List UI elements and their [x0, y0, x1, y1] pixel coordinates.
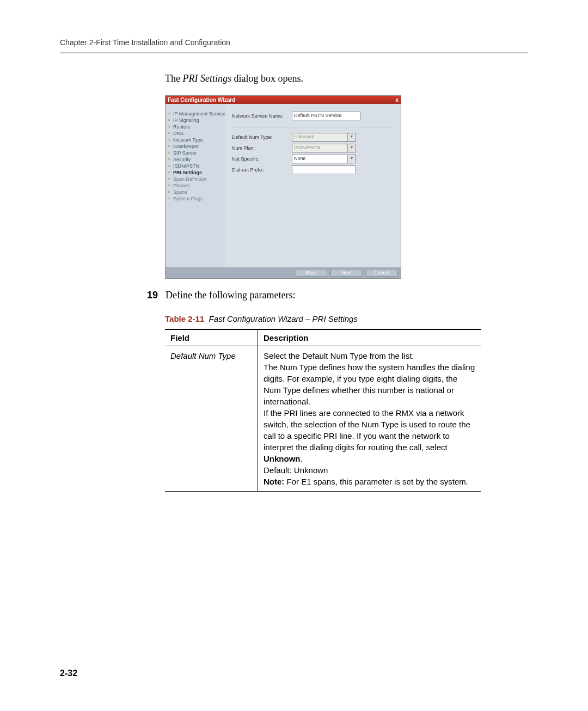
next-button[interactable]: Next	[330, 269, 362, 277]
cancel-button[interactable]: Cancel	[366, 269, 397, 277]
desc-p4: Default: Unknown	[264, 464, 475, 476]
table-caption: Table 2-11 Fast Configuration Wizard – P…	[165, 314, 528, 323]
label-net-specific: Net Specific:	[232, 156, 292, 162]
select-num-plan[interactable]: ISDN/PSTN ▾	[292, 144, 356, 152]
nav-isdn[interactable]: ISDN/PSTN	[168, 163, 222, 169]
cell-desc: Select the Default Num Type from the lis…	[258, 346, 481, 492]
th-field: Field	[165, 329, 258, 346]
dialog-content: Network Service Name: Default PSTN Servi…	[224, 104, 401, 267]
desc-p3-pre: If the PRI lines are connected to the RM…	[264, 408, 470, 452]
label-service-name: Network Service Name:	[232, 113, 292, 119]
step-text: Define the following parameters:	[166, 290, 295, 301]
select-value: ISDN/PSTN	[294, 145, 320, 150]
desc-p5-rest: For E1 spans, this parameter is set by t…	[284, 477, 468, 486]
step-line: 19Define the following parameters:	[147, 290, 528, 301]
nav-security[interactable]: Security	[168, 156, 222, 163]
nav-spans[interactable]: Spans	[168, 189, 222, 195]
nav-gatekeeper[interactable]: Gatekeeper	[168, 143, 222, 150]
close-icon[interactable]: x	[395, 97, 399, 103]
nav-routers[interactable]: Routers	[168, 124, 222, 130]
dialog-titlebar: Fast Configuration Wizard x	[166, 96, 401, 104]
select-value: None	[294, 156, 306, 161]
desc-p3: If the PRI lines are connected to the RM…	[264, 407, 475, 464]
label-num-plan: Num Plan:	[232, 145, 292, 151]
select-net-specific[interactable]: None ▾	[292, 155, 356, 163]
desc-p3-post: .	[301, 454, 303, 463]
desc-p3-bold: Unknown	[264, 454, 301, 463]
intro-pre: The	[165, 73, 182, 84]
desc-p1: Select the Default Num Type from the lis…	[264, 350, 475, 361]
desc-p5: Note: For E1 spans, this parameter is se…	[264, 476, 475, 487]
intro-post: dialog box opens.	[231, 73, 303, 84]
input-service-name[interactable]: Default PSTN Service	[292, 112, 360, 120]
nav-ip-signaling[interactable]: IP Signaling	[168, 117, 222, 124]
caption-title: Fast Configuration Wizard – PRI Settings	[209, 314, 358, 323]
nav-pri-settings[interactable]: PRI Settings	[168, 169, 222, 176]
chevron-down-icon: ▾	[347, 144, 356, 152]
th-desc: Description	[258, 329, 481, 346]
nav-phones[interactable]: Phones	[168, 182, 222, 189]
dialog-nav: IP Management Service IP Signaling Route…	[166, 104, 224, 267]
dialog-title-text: Fast Configuration Wizard	[168, 97, 235, 103]
label-default-num-type: Default Num Type:	[232, 134, 292, 140]
param-table: Field Description Default Num Type Selec…	[165, 329, 481, 492]
step-number: 19	[147, 290, 158, 301]
nav-network-type[interactable]: Network Type	[168, 137, 222, 143]
intro-italic: PRI Settings	[182, 73, 231, 84]
label-dial-out: Dial-out Prefix:	[232, 167, 292, 173]
chevron-down-icon: ▾	[347, 155, 356, 163]
page-number: 2-32	[60, 669, 77, 678]
cell-field: Default Num Type	[165, 346, 258, 492]
caption-number: Table 2-11	[165, 314, 204, 323]
chevron-down-icon: ▾	[347, 133, 356, 141]
nav-dns[interactable]: DNS	[168, 130, 222, 137]
dialog-pri-settings: Fast Configuration Wizard x IP Managemen…	[165, 95, 401, 279]
intro-line: The PRI Settings dialog box opens.	[165, 73, 528, 84]
select-value: Unknown	[294, 134, 315, 139]
nav-sip[interactable]: SIP Server	[168, 150, 222, 156]
back-button[interactable]: Back	[296, 269, 327, 277]
section-divider	[232, 127, 393, 127]
divider	[60, 52, 528, 53]
input-dial-out[interactable]	[292, 166, 356, 174]
nav-span-def[interactable]: Span Definition	[168, 176, 222, 182]
desc-p2: The Num Type defines how the system hand…	[264, 361, 475, 407]
chapter-header: Chapter 2-First Time Installation and Co…	[60, 38, 528, 47]
select-default-num-type[interactable]: Unknown ▾	[292, 133, 356, 142]
table-row: Default Num Type Select the Default Num …	[165, 346, 481, 492]
nav-sysflags[interactable]: System Flags	[168, 195, 222, 202]
dialog-footer: Back Next Cancel	[166, 267, 401, 278]
nav-ip-mgmt[interactable]: IP Management Service	[168, 111, 222, 117]
desc-p5-bold: Note:	[264, 477, 284, 486]
